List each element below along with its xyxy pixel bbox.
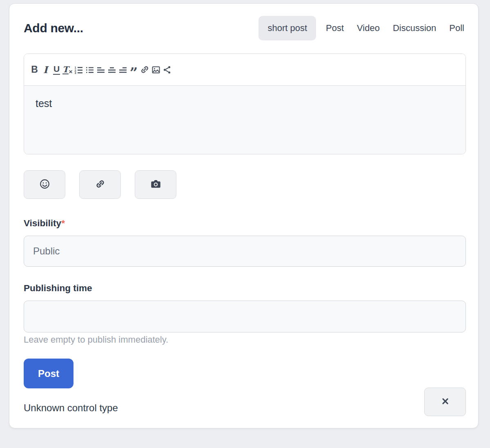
- tab-post[interactable]: Post: [319, 16, 350, 40]
- image-icon[interactable]: [150, 64, 161, 76]
- ordered-list-icon[interactable]: 1 2 3: [73, 64, 84, 76]
- add-new-post-card: Add new... short post Post Video Discuss…: [9, 3, 479, 428]
- link-icon[interactable]: [139, 64, 150, 76]
- tab-discussion[interactable]: Discussion: [386, 16, 443, 40]
- camera-button[interactable]: [135, 170, 176, 199]
- unknown-control-message: Unknown control type: [24, 402, 118, 414]
- link-icon: [95, 178, 106, 191]
- publishing-time-hint: Leave empty to publish immediately.: [24, 334, 168, 345]
- rich-text-editor: B I U T✕ 1 2 3: [24, 53, 466, 154]
- share-icon[interactable]: [161, 64, 172, 76]
- editor-toolbar: B I U T✕ 1 2 3: [24, 54, 466, 85]
- bold-icon[interactable]: B: [29, 64, 40, 76]
- close-icon: [441, 397, 449, 407]
- camera-icon: [150, 178, 162, 192]
- italic-icon[interactable]: I: [40, 64, 51, 76]
- post-button[interactable]: Post: [24, 359, 74, 388]
- publishing-time-input[interactable]: [24, 301, 466, 332]
- clear-formatting-icon[interactable]: T✕: [62, 64, 73, 76]
- svg-text:3: 3: [74, 71, 76, 75]
- align-right-icon[interactable]: [117, 64, 128, 76]
- visibility-value: Public: [33, 245, 60, 257]
- tab-poll[interactable]: Poll: [443, 16, 465, 40]
- page-title: Add new...: [24, 21, 83, 35]
- tab-video[interactable]: Video: [350, 16, 386, 40]
- emoji-button[interactable]: [24, 170, 65, 199]
- blockquote-icon[interactable]: ”: [128, 64, 139, 76]
- required-asterisk: *: [61, 218, 65, 228]
- attach-link-button[interactable]: [79, 170, 121, 199]
- visibility-select[interactable]: Public: [24, 236, 466, 267]
- card-header: Add new... short post Post Video Discuss…: [24, 15, 465, 41]
- emoji-icon: [39, 178, 50, 191]
- underline-icon[interactable]: U: [51, 64, 62, 76]
- tab-short-post[interactable]: short post: [258, 16, 316, 40]
- align-left-icon[interactable]: [95, 64, 106, 76]
- editor-content[interactable]: test: [24, 85, 466, 154]
- unordered-list-icon[interactable]: [84, 64, 95, 76]
- post-type-tabs: short post Post Video Discussion Poll: [258, 16, 465, 40]
- visibility-label: Visibility*: [24, 218, 65, 229]
- publishing-time-label: Publishing time: [24, 283, 92, 294]
- attachment-buttons: [24, 170, 176, 199]
- align-center-icon[interactable]: [106, 64, 117, 76]
- close-button[interactable]: [424, 388, 466, 416]
